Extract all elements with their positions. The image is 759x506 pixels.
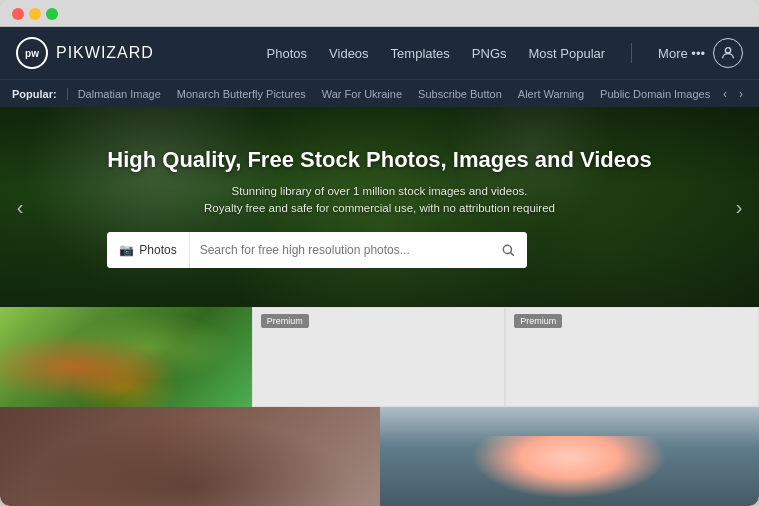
premium-badge-2: Premium	[514, 314, 562, 328]
search-type-icon: 📷	[119, 243, 134, 257]
svg-line-2	[511, 252, 514, 255]
cards-section: Premium Premium	[0, 307, 759, 506]
hero-subtitle-line1: Stunning library of over 1 million stock…	[232, 185, 528, 197]
popular-tag-1[interactable]: Monarch Butterfly Pictures	[177, 88, 306, 100]
logo-area: pw PIKWIZARD	[16, 37, 154, 69]
popular-prev-btn[interactable]: ‹	[719, 86, 731, 102]
popular-label: Popular:	[12, 88, 68, 100]
cards-row-2	[0, 407, 759, 507]
search-button[interactable]	[489, 232, 527, 268]
cards-row-1: Premium Premium	[0, 307, 759, 407]
popular-bar: Popular: Dalmatian Image Monarch Butterf…	[0, 79, 759, 107]
browser-window: pw PIKWIZARD Photos Videos Templates PNG…	[0, 0, 759, 506]
popular-tag-4[interactable]: Alert Warning	[518, 88, 584, 100]
card-person[interactable]	[380, 407, 760, 507]
card-empty-1[interactable]: Premium	[252, 307, 506, 407]
browser-dots	[12, 8, 58, 20]
card-food[interactable]	[0, 307, 252, 407]
hero-subtitle-line2: Royalty free and safe for commercial use…	[204, 202, 555, 214]
popular-tags: Dalmatian Image Monarch Butterfly Pictur…	[78, 88, 711, 100]
logo-initials: pw	[25, 48, 39, 59]
dot-green[interactable]	[46, 8, 58, 20]
popular-tag-3[interactable]: Subscribe Button	[418, 88, 502, 100]
logo-bold: PIK	[56, 44, 85, 61]
hero-arrow-left[interactable]: ‹	[6, 193, 34, 221]
search-bar: 📷 Photos	[107, 232, 527, 268]
hero-content: High Quality, Free Stock Photos, Images …	[87, 146, 671, 267]
navbar: pw PIKWIZARD Photos Videos Templates PNG…	[0, 27, 759, 79]
popular-nav: ‹ ›	[719, 86, 747, 102]
nav-templates[interactable]: Templates	[391, 46, 450, 61]
nav-separator	[631, 43, 632, 63]
browser-content: pw PIKWIZARD Photos Videos Templates PNG…	[0, 27, 759, 506]
hero-title: High Quality, Free Stock Photos, Images …	[107, 146, 651, 175]
nav-videos[interactable]: Videos	[329, 46, 369, 61]
card-empty-2[interactable]: Premium	[505, 307, 759, 407]
nav-more[interactable]: More •••	[658, 46, 705, 61]
card-brown[interactable]	[0, 407, 380, 507]
premium-badge-1: Premium	[261, 314, 309, 328]
nav-most-popular[interactable]: Most Popular	[529, 46, 606, 61]
nav-links: Photos Videos Templates PNGs Most Popula…	[267, 43, 705, 63]
nav-photos[interactable]: Photos	[267, 46, 307, 61]
svg-point-0	[725, 48, 730, 53]
hero-section: ‹ › High Quality, Free Stock Photos, Ima…	[0, 107, 759, 307]
hero-arrow-right[interactable]: ›	[725, 193, 753, 221]
nav-pngs[interactable]: PNGs	[472, 46, 507, 61]
hero-subtitle: Stunning library of over 1 million stock…	[107, 183, 651, 218]
svg-point-1	[504, 245, 512, 253]
dot-red[interactable]	[12, 8, 24, 20]
popular-tag-5[interactable]: Public Domain Images	[600, 88, 710, 100]
popular-next-btn[interactable]: ›	[735, 86, 747, 102]
search-input[interactable]	[190, 243, 490, 257]
logo-light: WIZARD	[85, 44, 154, 61]
user-icon[interactable]	[713, 38, 743, 68]
logo-icon[interactable]: pw	[16, 37, 48, 69]
dot-yellow[interactable]	[29, 8, 41, 20]
popular-tag-0[interactable]: Dalmatian Image	[78, 88, 161, 100]
browser-chrome	[0, 0, 759, 27]
popular-tag-2[interactable]: War For Ukraine	[322, 88, 402, 100]
search-type-label: Photos	[139, 243, 176, 257]
search-type-selector[interactable]: 📷 Photos	[107, 232, 189, 268]
logo-text: PIKWIZARD	[56, 44, 154, 62]
